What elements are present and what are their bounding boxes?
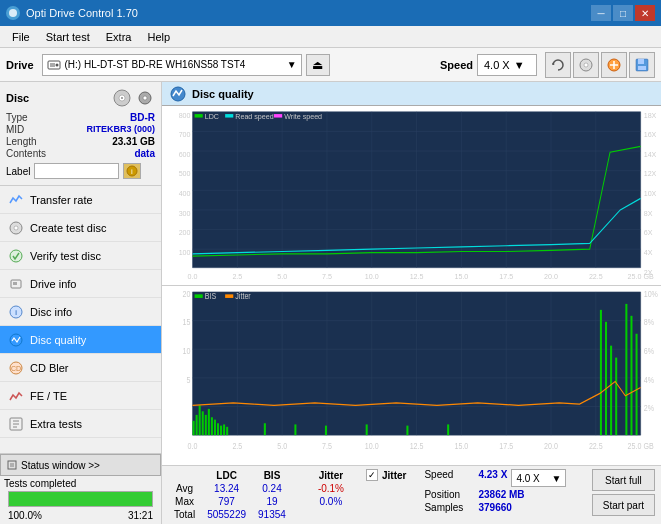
toolbar-icons bbox=[545, 52, 655, 78]
minimize-button[interactable]: ─ bbox=[591, 5, 611, 21]
svg-rect-118 bbox=[217, 423, 219, 435]
samples-value: 379660 bbox=[478, 502, 511, 513]
sidebar-item-disc-info[interactable]: i Disc info bbox=[0, 298, 161, 326]
svg-rect-110 bbox=[193, 421, 195, 435]
eject-button[interactable]: ⏏ bbox=[306, 54, 330, 76]
svg-rect-90 bbox=[274, 114, 282, 117]
svg-text:10.0: 10.0 bbox=[365, 442, 379, 452]
label-icon: i bbox=[126, 165, 138, 177]
svg-rect-134 bbox=[636, 334, 638, 435]
svg-text:8X: 8X bbox=[644, 208, 653, 218]
svg-point-3 bbox=[55, 63, 58, 66]
svg-rect-10 bbox=[638, 59, 644, 64]
top-chart: 800 700 600 500 400 300 200 100 18X 16X … bbox=[162, 106, 661, 286]
disc-small-icon bbox=[135, 88, 155, 108]
mid-label: MID bbox=[6, 124, 24, 135]
speed-dropdown-val: 4.0 X bbox=[516, 473, 539, 484]
title-bar: Opti Drive Control 1.70 ─ □ ✕ bbox=[0, 0, 661, 26]
svg-rect-115 bbox=[208, 409, 210, 435]
status-window-button[interactable]: Status window >> bbox=[0, 454, 161, 476]
svg-rect-157 bbox=[225, 294, 233, 298]
svg-text:20: 20 bbox=[183, 289, 191, 299]
sidebar-item-drive-info[interactable]: Drive info bbox=[0, 270, 161, 298]
sidebar-item-fe-te[interactable]: FE / TE bbox=[0, 382, 161, 410]
maximize-button[interactable]: □ bbox=[613, 5, 633, 21]
start-full-button[interactable]: Start full bbox=[592, 469, 655, 491]
disc-section-title: Disc bbox=[6, 92, 29, 104]
svg-rect-133 bbox=[630, 316, 632, 435]
svg-point-14 bbox=[121, 97, 123, 99]
sidebar-item-transfer-rate[interactable]: Transfer rate bbox=[0, 186, 161, 214]
sidebar-item-extra-tests[interactable]: Extra tests bbox=[0, 410, 161, 438]
sidebar-item-verify-test-disc[interactable]: Verify test disc bbox=[0, 242, 161, 270]
jitter-checkbox[interactable] bbox=[366, 469, 378, 481]
svg-text:4%: 4% bbox=[644, 375, 654, 385]
svg-text:17.5: 17.5 bbox=[499, 272, 513, 282]
close-button[interactable]: ✕ bbox=[635, 5, 655, 21]
label-button[interactable]: i bbox=[123, 163, 141, 179]
content-header: Disc quality bbox=[162, 82, 661, 106]
top-chart-svg: 800 700 600 500 400 300 200 100 18X 16X … bbox=[162, 106, 661, 285]
verify-test-disc-icon bbox=[8, 248, 24, 264]
drive-dropdown[interactable]: (H:) HL-DT-ST BD-RE WH16NS58 TST4 ▼ bbox=[42, 54, 302, 76]
svg-text:2.5: 2.5 bbox=[232, 442, 242, 452]
svg-text:4X: 4X bbox=[644, 248, 653, 258]
speed-label: Speed bbox=[440, 59, 473, 71]
svg-rect-121 bbox=[226, 427, 228, 435]
svg-text:5.0: 5.0 bbox=[277, 442, 287, 452]
speed-dropdown[interactable]: 4.0 X ▼ bbox=[477, 54, 537, 76]
svg-point-0 bbox=[9, 9, 17, 17]
menu-extra[interactable]: Extra bbox=[98, 29, 140, 45]
speed-value: 4.0 X bbox=[484, 59, 510, 71]
add-icon bbox=[607, 58, 621, 72]
total-bis: 91354 bbox=[252, 508, 292, 521]
avg-label: Avg bbox=[168, 482, 201, 495]
svg-text:2.5: 2.5 bbox=[232, 272, 242, 282]
sidebar-label-fe-te: FE / TE bbox=[30, 390, 67, 402]
svg-text:7.5: 7.5 bbox=[322, 442, 332, 452]
menu-help[interactable]: Help bbox=[139, 29, 178, 45]
svg-text:15.0: 15.0 bbox=[454, 442, 468, 452]
menu-file[interactable]: File bbox=[4, 29, 38, 45]
svg-text:20.0: 20.0 bbox=[544, 272, 558, 282]
svg-rect-132 bbox=[625, 304, 627, 435]
drive-info-icon bbox=[8, 276, 24, 292]
sidebar-item-cd-bler[interactable]: CD CD Bler bbox=[0, 354, 161, 382]
col-bis: BIS bbox=[252, 469, 292, 482]
refresh-button[interactable] bbox=[545, 52, 571, 78]
avg-bis: 0.24 bbox=[252, 482, 292, 495]
svg-text:6X: 6X bbox=[644, 228, 653, 238]
add-button[interactable] bbox=[601, 52, 627, 78]
sidebar-item-create-test-disc[interactable]: Create test disc bbox=[0, 214, 161, 242]
start-part-button[interactable]: Start part bbox=[592, 494, 655, 516]
menu-start-test[interactable]: Start test bbox=[38, 29, 98, 45]
svg-rect-119 bbox=[220, 426, 222, 436]
svg-text:12X: 12X bbox=[644, 169, 657, 179]
label-input[interactable] bbox=[34, 163, 119, 179]
max-bis: 19 bbox=[252, 495, 292, 508]
max-row: Max 797 19 0.0% bbox=[168, 495, 350, 508]
svg-rect-125 bbox=[366, 424, 368, 435]
content-title: Disc quality bbox=[192, 88, 254, 100]
contents-value: data bbox=[134, 148, 155, 159]
action-buttons: Start full Start part bbox=[592, 469, 655, 516]
svg-text:0.0: 0.0 bbox=[188, 442, 198, 452]
save-icon bbox=[635, 58, 649, 72]
disc-button[interactable] bbox=[573, 52, 599, 78]
status-window-label: Status window >> bbox=[21, 460, 100, 471]
mid-value: RITEKBR3 (000) bbox=[86, 124, 155, 135]
position-label: Position bbox=[424, 489, 474, 500]
svg-text:12.5: 12.5 bbox=[410, 442, 424, 452]
sidebar-item-disc-quality[interactable]: Disc quality bbox=[0, 326, 161, 354]
svg-text:Write speed: Write speed bbox=[284, 111, 322, 121]
svg-text:22.5: 22.5 bbox=[589, 442, 603, 452]
position-value: 23862 MB bbox=[478, 489, 524, 500]
elapsed-time: 31:21 bbox=[128, 510, 153, 521]
svg-rect-124 bbox=[325, 426, 327, 436]
speed-stat-dropdown[interactable]: 4.0 X ▼ bbox=[511, 469, 566, 487]
svg-text:10X: 10X bbox=[644, 189, 657, 199]
svg-text:25.0 GB: 25.0 GB bbox=[628, 272, 654, 282]
svg-rect-122 bbox=[264, 423, 266, 435]
svg-rect-120 bbox=[223, 424, 225, 435]
save-button[interactable] bbox=[629, 52, 655, 78]
